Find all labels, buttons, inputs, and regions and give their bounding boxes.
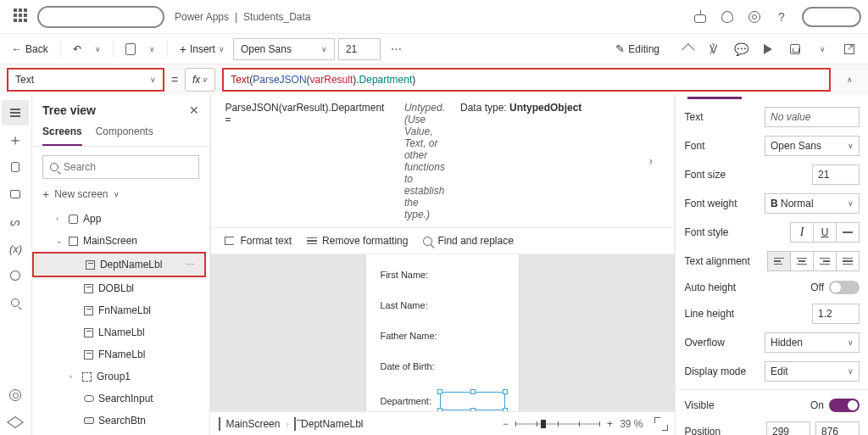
prop-fontweight-select[interactable]: B Normal∨ (765, 193, 860, 214)
prop-y-input[interactable]: 876 (815, 421, 860, 435)
font-size-input[interactable]: 21 (338, 38, 381, 60)
italic-button[interactable]: I (790, 222, 814, 243)
zoom-control[interactable]: − + 39 % (503, 418, 666, 430)
settings-icon[interactable] (741, 3, 768, 31)
prop-displaymode-select[interactable]: Edit∨ (765, 361, 860, 382)
app-checker-icon[interactable]: ℣ (702, 37, 726, 61)
tree-search-input[interactable] (64, 161, 192, 173)
visible-toggle[interactable] (829, 399, 860, 412)
firstname-label: First Name: (380, 270, 505, 280)
align-left[interactable] (767, 251, 791, 271)
back-button[interactable]: ←Back (7, 40, 53, 59)
settings-rail-icon[interactable] (2, 382, 29, 408)
variables-icon[interactable]: (x) (2, 236, 29, 261)
help-icon[interactable]: ? (768, 3, 795, 31)
paste-button[interactable] (120, 40, 141, 59)
property-selector[interactable]: Text∨ (7, 68, 164, 92)
more-commands[interactable]: ⋯ (384, 42, 409, 55)
copilot-icon[interactable] (687, 3, 714, 31)
advanced-tools-icon[interactable] (2, 263, 29, 288)
prop-text-input[interactable]: No value (765, 107, 860, 127)
preview-icon[interactable] (756, 37, 780, 61)
zoom-out[interactable]: − (503, 418, 509, 430)
fx-button[interactable]: fx∨ (185, 68, 215, 92)
underline-button[interactable]: U (813, 222, 837, 243)
app-name: Students_Data (243, 11, 310, 23)
share-icon[interactable] (675, 37, 698, 61)
tree-lnamelbl[interactable]: LNameLbl (32, 321, 209, 343)
save-menu[interactable]: ∨ (810, 37, 834, 61)
selected-control[interactable] (440, 392, 505, 410)
dob-label: Date of Birth: (380, 361, 505, 371)
prop-align[interactable] (767, 251, 860, 271)
canvas-stage[interactable]: First Name: Last Name: Father Name: Date… (210, 254, 675, 411)
align-right[interactable] (813, 251, 837, 271)
insert-button[interactable]: +Insert∨ (175, 39, 230, 59)
media-icon[interactable] (2, 181, 29, 207)
tree-search[interactable] (42, 155, 199, 179)
tree-fnnamelbl[interactable]: FnNameLbl (32, 299, 209, 321)
search-rail-icon[interactable] (2, 290, 29, 315)
editing-mode[interactable]: ✎Editing (610, 39, 671, 59)
font-select[interactable]: Open Sans∨ (233, 38, 335, 60)
tab-components[interactable]: Components (96, 120, 153, 146)
prop-lineheight-input[interactable]: 1.2 (812, 304, 860, 324)
canvas-area: ParseJSON(varResult).Department = Untype… (210, 95, 675, 435)
prop-fontsize-input[interactable]: 21 (812, 165, 860, 185)
tree-fnamelbl[interactable]: FNameLbl (32, 343, 209, 365)
product-name: Power Apps (175, 11, 229, 23)
tree-view-icon[interactable] (2, 100, 29, 125)
paste-menu[interactable]: ∨ (144, 42, 160, 57)
prop-x-input[interactable]: 299 (766, 421, 810, 435)
notifications-icon[interactable] (714, 3, 741, 31)
strike-button[interactable] (836, 222, 860, 243)
find-replace-button[interactable]: Find and replace (423, 235, 513, 247)
tree-doblbl[interactable]: DOBLbl (32, 277, 209, 299)
user-avatar[interactable] (802, 7, 861, 27)
formula-format-bar: Format text Remove formatting Find and r… (210, 228, 675, 254)
command-bar: ←Back ↶ ∨ ∨ +Insert∨ Open Sans∨ 21 ⋯ ✎Ed… (0, 34, 868, 64)
power-automate-icon[interactable]: ᔕ (2, 209, 29, 234)
environment-pill[interactable] (37, 6, 164, 28)
result-next-icon[interactable]: › (641, 102, 660, 220)
tree-mainscreen[interactable]: ⌄MainScreen (32, 230, 209, 252)
tree-searchinput[interactable]: SearchInput (32, 388, 209, 410)
prop-overflow-select[interactable]: Hidden∨ (765, 332, 860, 353)
properties-tab-indicator (687, 97, 742, 99)
prop-font-select[interactable]: Open Sans∨ (765, 136, 860, 156)
ask-virtual-agent-icon[interactable] (2, 410, 29, 435)
data-icon[interactable] (2, 154, 29, 180)
format-text-button[interactable]: Format text (225, 235, 292, 247)
undo-menu[interactable]: ∨ (90, 42, 106, 57)
formula-bar[interactable]: Text(ParseJSON(varResult).Department) (222, 68, 831, 92)
app-launcher-icon[interactable] (14, 8, 31, 25)
autoheight-toggle[interactable] (829, 281, 860, 294)
prop-fontstyle[interactable]: I U (790, 222, 860, 243)
align-justify[interactable] (836, 251, 860, 271)
tree-searchbtn[interactable]: SearchBtn (32, 410, 209, 432)
undo-button[interactable]: ↶ (68, 40, 86, 59)
search-icon (50, 163, 58, 171)
tree-item-more[interactable]: ⋯ (186, 259, 196, 270)
publish-icon[interactable] (837, 37, 861, 61)
new-screen-button[interactable]: +New screen∨ (32, 184, 209, 208)
left-rail: ＋ ᔕ (x) (0, 95, 32, 435)
breadcrumb[interactable]: MainScreen › DeptNameLbl (219, 417, 363, 431)
tree-deptnamelbl[interactable]: DeptNameLbl⋯ (34, 254, 204, 276)
tree-headinglbl[interactable]: HeadingLbl (32, 432, 209, 435)
comments-icon[interactable]: 💬 (729, 37, 753, 61)
insert-rail-icon[interactable]: ＋ (2, 127, 29, 153)
save-icon[interactable] (783, 37, 807, 61)
screen-preview[interactable]: First Name: Last Name: Father Name: Date… (366, 254, 519, 411)
zoom-in[interactable]: + (607, 418, 613, 430)
equals-sign: = (171, 73, 178, 86)
tree-app[interactable]: ›App (32, 208, 209, 230)
tab-screens[interactable]: Screens (42, 120, 82, 146)
formula-expand[interactable]: ∧ (837, 75, 861, 84)
remove-formatting-button[interactable]: Remove formatting (307, 235, 408, 247)
tree-title: Tree view (42, 103, 96, 117)
align-center[interactable] (790, 251, 814, 271)
fullscreen-icon[interactable] (656, 419, 666, 429)
tree-group1[interactable]: ›Group1 (32, 365, 209, 388)
close-tree-icon[interactable]: ✕ (189, 103, 199, 117)
